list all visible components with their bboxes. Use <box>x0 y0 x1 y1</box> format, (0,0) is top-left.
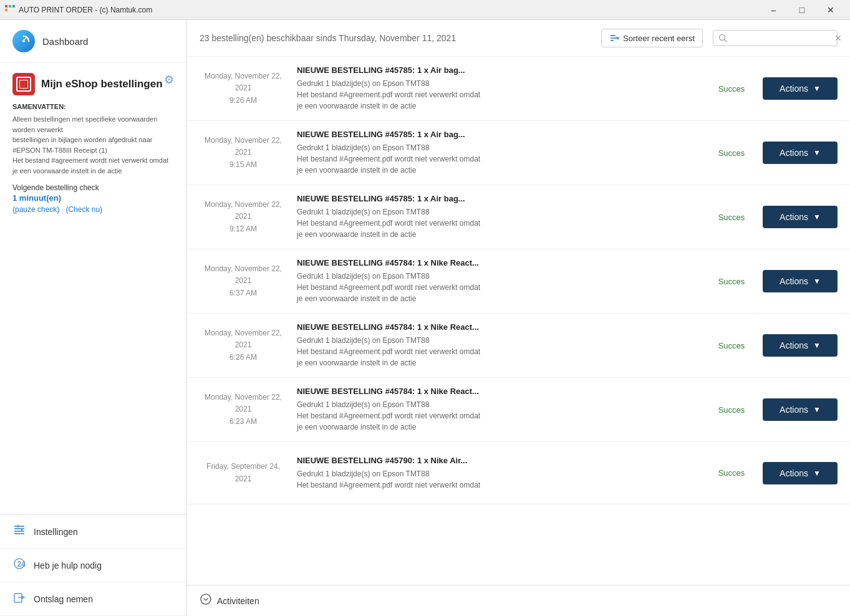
activity-chevron-icon[interactable] <box>200 593 212 609</box>
titlebar: AUTO PRINT ORDER - (c) Namtuk.com ‒ □ ✕ <box>0 0 850 20</box>
search-box[interactable]: ✕ <box>713 30 838 46</box>
order-row: Monday, November 22, 20216:37 AM NIEUWE … <box>187 249 850 314</box>
search-input[interactable] <box>730 34 834 43</box>
orders-list: Monday, November 22, 20219:26 AM NIEUWE … <box>187 57 850 585</box>
order-info: NIEUWE BESTELLING #45785: 1 x Air bag...… <box>287 130 700 176</box>
svg-rect-3 <box>5 9 7 11</box>
order-date: Monday, November 22, 20216:23 AM <box>200 392 287 428</box>
order-row: Monday, November 22, 20219:12 AM NIEUWE … <box>187 185 850 249</box>
order-date: Monday, November 22, 20216:37 AM <box>200 263 287 299</box>
close-button[interactable]: ✕ <box>816 0 845 20</box>
samenvatten-text: Alleen bestellingen met specifieke voorw… <box>12 114 174 176</box>
actions-button[interactable]: Actions ▼ <box>763 142 838 164</box>
actions-button[interactable]: Actions ▼ <box>763 270 838 292</box>
order-title: NIEUWE BESTELLING #45785: 1 x Air bag... <box>297 130 690 139</box>
window-title: AUTO PRINT ORDER - (c) Namtuk.com <box>19 6 759 14</box>
order-info: NIEUWE BESTELLING #45784: 1 x Nike React… <box>287 322 700 368</box>
samenvatten-label: SAMENVATTEN: <box>12 103 174 110</box>
dashboard-label: Dashboard <box>42 36 88 47</box>
orders-count: 23 bestelling(en) beschikbaar sinds Thur… <box>200 33 591 43</box>
actions-button[interactable]: Actions ▼ <box>763 77 838 100</box>
app-icon <box>5 5 15 15</box>
svg-rect-11 <box>21 529 22 531</box>
order-title: NIEUWE BESTELLING #45784: 1 x Nike React… <box>297 387 690 396</box>
check-links: (pauze check) (Check nu) <box>12 205 174 214</box>
actions-label: Actions <box>780 340 808 350</box>
instellingen-label: Instellingen <box>34 527 78 537</box>
order-date: Monday, November 22, 20219:12 AM <box>200 199 287 235</box>
sidebar: Dashboard Mijn eShop bestellingen ⚙ SAME… <box>0 20 187 616</box>
activity-bar: Activiteiten <box>187 585 850 616</box>
order-status: Succes <box>700 84 763 94</box>
check-nu-link[interactable]: (Check nu) <box>65 205 102 214</box>
svg-rect-1 <box>9 5 11 7</box>
order-row: Friday, September 24, 2021 NIEUWE BESTEL… <box>187 442 850 504</box>
shop-logo-inner <box>16 77 31 92</box>
content-header: 23 bestelling(en) beschikbaar sinds Thur… <box>187 20 850 57</box>
chevron-down-icon: ▼ <box>813 469 821 478</box>
chevron-down-icon: ▼ <box>813 148 821 157</box>
volgende-bestelling-label: Volgende bestelling check <box>12 183 174 192</box>
actions-label: Actions <box>780 468 808 478</box>
maximize-button[interactable]: □ <box>788 0 816 20</box>
sidebar-item-ontslag[interactable]: Ontslag nemen <box>0 582 186 616</box>
order-title: NIEUWE BESTELLING #45784: 1 x Nike React… <box>297 258 690 267</box>
order-detail: Gedrukt 1 bladzijde(s) on Epson TMT88 He… <box>297 399 690 433</box>
actions-button[interactable]: Actions ▼ <box>763 398 838 421</box>
order-status: Succes <box>700 148 763 158</box>
order-title: NIEUWE BESTELLING #45785: 1 x Air bag... <box>297 65 690 75</box>
sort-button[interactable]: Sorteer recent eerst <box>601 29 703 47</box>
chevron-down-icon: ▼ <box>813 277 821 286</box>
ontslag-label: Ontslag nemen <box>34 594 93 604</box>
help-label: Heb je hulp nodig <box>34 561 102 570</box>
sidebar-item-instellingen[interactable]: Instellingen <box>0 515 186 549</box>
order-detail: Gedrukt 1 bladzijde(s) on Epson TMT88 He… <box>297 142 690 176</box>
minimize-button[interactable]: ‒ <box>759 0 788 20</box>
svg-rect-14 <box>14 594 22 602</box>
pauze-link[interactable]: (pauze check) <box>12 205 59 214</box>
order-row: Monday, November 22, 20216:23 AM NIEUWE … <box>187 378 850 442</box>
svg-rect-8 <box>14 531 24 532</box>
actions-label: Actions <box>780 148 808 158</box>
order-detail: Gedrukt 1 bladzijde(s) on Epson TMT88 He… <box>297 335 690 368</box>
svg-text:24: 24 <box>17 560 26 569</box>
order-info: NIEUWE BESTELLING #45784: 1 x Nike React… <box>287 387 700 433</box>
svg-rect-10 <box>17 525 19 527</box>
sidebar-dashboard[interactable]: Dashboard <box>0 20 186 63</box>
gear-icon[interactable]: ⚙ <box>164 73 174 87</box>
order-row: Monday, November 22, 20216:26 AM NIEUWE … <box>187 314 850 378</box>
order-detail: Gedrukt 1 bladzijde(s) on Epson TMT88 He… <box>297 271 690 304</box>
shop-section: Mijn eShop bestellingen ⚙ SAMENVATTEN: A… <box>0 63 186 514</box>
actions-label: Actions <box>780 212 808 222</box>
instellingen-icon <box>12 524 26 539</box>
order-status: Succes <box>700 341 763 350</box>
order-info: NIEUWE BESTELLING #45785: 1 x Air bag...… <box>287 65 700 112</box>
actions-button[interactable]: Actions ▼ <box>763 206 838 228</box>
sidebar-bottom-nav: Instellingen 24 Heb je hulp nodig <box>0 514 186 616</box>
content-area: 23 bestelling(en) beschikbaar sinds Thur… <box>187 20 850 616</box>
order-info: NIEUWE BESTELLING #45790: 1 x Nike Air..… <box>287 456 700 491</box>
order-title: NIEUWE BESTELLING #45784: 1 x Nike React… <box>297 322 690 332</box>
order-detail: Gedrukt 1 bladzijde(s) on Epson TMT88 He… <box>297 78 690 112</box>
actions-label: Actions <box>780 405 808 415</box>
ontslag-icon <box>12 591 26 607</box>
chevron-down-icon: ▼ <box>813 405 821 414</box>
order-title: NIEUWE BESTELLING #45785: 1 x Air bag... <box>297 194 690 203</box>
shop-name: Mijn eShop bestellingen <box>41 78 163 90</box>
help-icon: 24 <box>12 557 26 573</box>
svg-rect-2 <box>12 5 15 7</box>
order-status: Succes <box>700 277 763 286</box>
dashboard-icon <box>12 30 35 52</box>
order-info: NIEUWE BESTELLING #45784: 1 x Nike React… <box>287 258 700 304</box>
actions-label: Actions <box>780 276 808 286</box>
main-layout: Dashboard Mijn eShop bestellingen ⚙ SAME… <box>0 20 850 616</box>
order-detail: Gedrukt 1 bladzijde(s) on Epson TMT88 He… <box>297 468 690 491</box>
search-clear-button[interactable]: ✕ <box>834 33 842 43</box>
order-date: Monday, November 22, 20216:26 AM <box>200 327 287 363</box>
actions-button[interactable]: Actions ▼ <box>763 334 838 357</box>
chevron-down-icon: ▼ <box>813 84 821 93</box>
actions-button[interactable]: Actions ▼ <box>763 462 838 484</box>
sidebar-item-help[interactable]: 24 Heb je hulp nodig <box>0 549 186 582</box>
order-status: Succes <box>700 213 763 222</box>
svg-rect-7 <box>14 528 24 529</box>
